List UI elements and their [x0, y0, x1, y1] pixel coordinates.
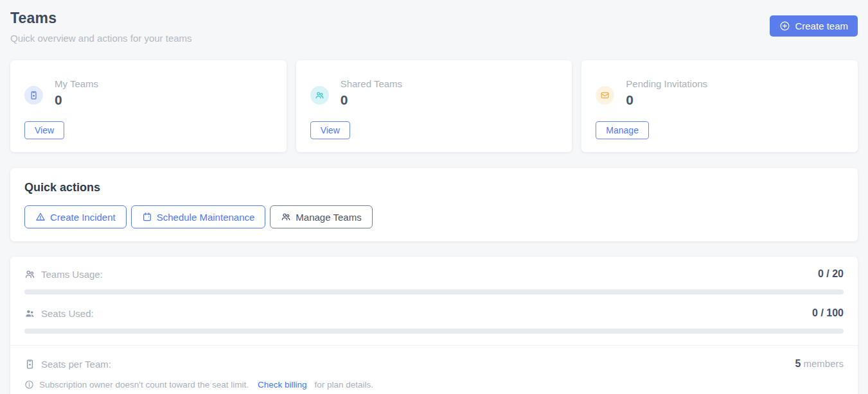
header-text: Teams Quick overview and actions for you… — [10, 10, 192, 44]
warning-triangle-icon — [35, 212, 46, 222]
pending-invitations-card: Pending Invitations 0 Manage — [581, 60, 858, 152]
teams-usage-row: Teams Usage: 0 / 20 — [24, 267, 844, 281]
id-badge-icon — [24, 359, 35, 370]
teams-usage-value: 0 / 20 — [818, 268, 844, 280]
create-incident-label: Create Incident — [50, 212, 116, 223]
manage-teams-button[interactable]: Manage Teams — [270, 205, 372, 228]
usage-panel: Teams Usage: 0 / 20 Seats Used: 0 / 100 — [10, 257, 858, 394]
card-value: 0 — [626, 92, 707, 108]
seats-used-label: Seats Used: — [41, 308, 94, 319]
users-filled-icon — [24, 308, 35, 319]
seat-limit-note: Subscription owner doesn't count toward … — [24, 380, 844, 390]
card-value: 0 — [55, 92, 98, 108]
card-value: 0 — [341, 92, 402, 108]
teams-page: Teams Quick overview and actions for you… — [0, 0, 868, 394]
seats-per-team-unit: members — [803, 358, 844, 369]
seats-per-team-label: Seats per Team: — [41, 359, 111, 370]
note-text-before: Subscription owner doesn't count toward … — [39, 380, 249, 390]
teams-usage-label: Teams Usage: — [41, 269, 103, 280]
info-circle-icon — [24, 380, 34, 390]
check-billing-link[interactable]: Check billing — [258, 380, 307, 390]
users-outline-icon — [24, 269, 35, 280]
card-label: My Teams — [55, 78, 98, 89]
manage-invitations-button[interactable]: Manage — [596, 121, 649, 139]
calendar-icon — [142, 212, 152, 222]
create-team-button[interactable]: Create team — [770, 15, 858, 37]
view-my-teams-button[interactable]: View — [24, 121, 64, 139]
seats-used-progressbar — [24, 329, 844, 334]
page-subtitle: Quick overview and actions for your team… — [10, 33, 192, 44]
shared-teams-card: Shared Teams 0 View — [296, 60, 572, 152]
card-label: Pending Invitations — [626, 78, 707, 89]
note-text-after: for plan details. — [315, 380, 374, 390]
usage-divider — [10, 345, 858, 346]
stat-cards-row: My Teams 0 View Shared Teams 0 View — [10, 60, 858, 152]
my-teams-card: My Teams 0 View — [10, 60, 287, 152]
manage-teams-label: Manage Teams — [296, 212, 361, 223]
page-header: Teams Quick overview and actions for you… — [10, 10, 858, 44]
quick-actions-panel: Quick actions Create Incident Schedule M… — [10, 168, 858, 241]
schedule-maintenance-button[interactable]: Schedule Maintenance — [131, 205, 266, 228]
seats-per-team-number: 5 — [795, 358, 801, 369]
id-badge-icon — [24, 86, 43, 105]
quick-actions-title: Quick actions — [24, 181, 844, 194]
seats-used-value: 0 / 100 — [812, 307, 844, 319]
users-icon — [281, 212, 291, 222]
create-team-label: Create team — [795, 21, 848, 31]
page-title: Teams — [10, 10, 192, 27]
seats-per-team-value: 5 members — [795, 358, 844, 370]
card-label: Shared Teams — [341, 78, 402, 89]
seats-used-row: Seats Used: 0 / 100 — [24, 306, 844, 320]
users-icon — [310, 86, 329, 105]
seats-per-team-row: Seats per Team: 5 members — [24, 357, 844, 371]
create-incident-button[interactable]: Create Incident — [24, 205, 127, 228]
envelope-icon — [596, 86, 614, 105]
quick-actions-buttons: Create Incident Schedule Maintenance Man… — [24, 205, 844, 228]
view-shared-teams-button[interactable]: View — [310, 121, 350, 139]
teams-usage-progressbar — [24, 289, 844, 295]
plus-circle-icon — [779, 21, 790, 31]
schedule-maintenance-label: Schedule Maintenance — [157, 212, 255, 223]
